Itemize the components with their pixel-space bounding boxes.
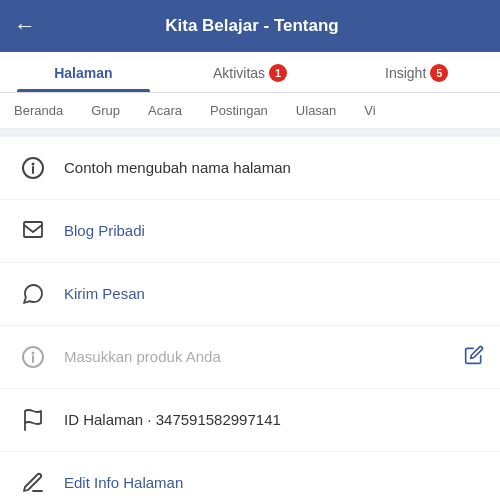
message-text: Kirim Pesan [64, 284, 484, 304]
aktivitas-badge: 1 [269, 64, 287, 82]
subnav-postingan[interactable]: Postingan [196, 93, 282, 128]
pencil-icon [16, 466, 50, 500]
tab-aktivitas[interactable]: Aktivitas 1 [167, 52, 334, 92]
blog-text: Blog Pribadi [64, 221, 484, 241]
edit-info-text: Edit Info Halaman [64, 473, 484, 493]
subnav-beranda[interactable]: Beranda [0, 93, 77, 128]
info-text: Contoh mengubah nama halaman [64, 158, 484, 178]
list-item-edit-info[interactable]: Edit Info Halaman [0, 452, 500, 500]
subnav-vi[interactable]: Vi [350, 93, 389, 128]
product-text: Masukkan produk Anda [64, 347, 464, 367]
insight-badge: 5 [430, 64, 448, 82]
edit-product-button[interactable] [464, 345, 484, 370]
subnav-ulasan[interactable]: Ulasan [282, 93, 350, 128]
id-halaman-text: ID Halaman · 347591582997141 [64, 410, 484, 430]
tabs-bar: Halaman Aktivitas 1 Insight 5 [0, 52, 500, 93]
info-list: Contoh mengubah nama halaman Blog Pribad… [0, 137, 500, 500]
list-item-id: ID Halaman · 347591582997141 [0, 389, 500, 452]
subnav-grup[interactable]: Grup [77, 93, 134, 128]
subnav-acara[interactable]: Acara [134, 93, 196, 128]
section-divider [0, 129, 500, 137]
product-info-icon [16, 340, 50, 374]
header: ← Kita Belajar - Tentang [0, 0, 500, 52]
list-item-product[interactable]: Masukkan produk Anda [0, 326, 500, 389]
list-item-message[interactable]: Kirim Pesan [0, 263, 500, 326]
tab-halaman[interactable]: Halaman [0, 52, 167, 92]
blog-icon [16, 214, 50, 248]
flag-icon [16, 403, 50, 437]
back-button[interactable]: ← [14, 13, 36, 39]
page-title: Kita Belajar - Tentang [48, 16, 456, 36]
messenger-icon [16, 277, 50, 311]
list-item-blog[interactable]: Blog Pribadi [0, 200, 500, 263]
list-item-info: Contoh mengubah nama halaman [0, 137, 500, 200]
tab-insight[interactable]: Insight 5 [333, 52, 500, 92]
info-icon [16, 151, 50, 185]
subnav-bar: Beranda Grup Acara Postingan Ulasan Vi [0, 93, 500, 129]
svg-rect-3 [24, 222, 42, 237]
